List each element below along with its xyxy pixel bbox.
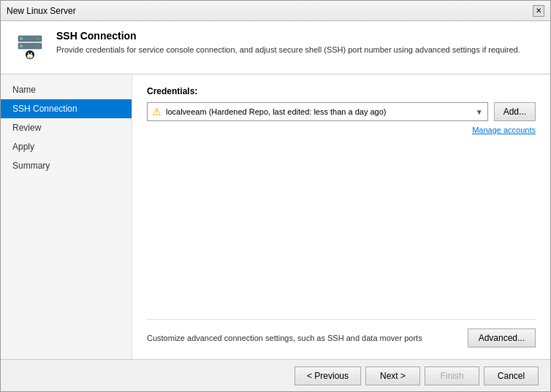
- svg-point-8: [28, 53, 29, 54]
- header-text-area: SSH Connection Provide credentials for s…: [56, 30, 520, 55]
- header-icon-area: [12, 30, 48, 65]
- svg-point-5: [37, 45, 39, 47]
- credential-select-inner: ⚠ localveeam (Hardened Repo, last edited…: [152, 106, 476, 118]
- svg-point-4: [37, 38, 39, 40]
- credentials-dropdown[interactable]: ⚠ localveeam (Hardened Repo, last edited…: [147, 102, 488, 121]
- credentials-row: ⚠ localveeam (Hardened Repo, last edited…: [147, 102, 536, 121]
- bottom-section: Customize advanced connection settings, …: [147, 319, 536, 347]
- next-button[interactable]: Next >: [365, 366, 420, 385]
- warning-icon: ⚠: [152, 106, 162, 118]
- cancel-button[interactable]: Cancel: [484, 366, 539, 385]
- sidebar-item-name[interactable]: Name: [1, 80, 132, 99]
- add-credentials-button[interactable]: Add...: [494, 102, 536, 121]
- sidebar-item-summary[interactable]: Summary: [1, 156, 132, 175]
- credentials-section: Credentials: ⚠ localveeam (Hardened Repo…: [147, 86, 536, 319]
- previous-button[interactable]: < Previous: [294, 366, 361, 385]
- main-window: New Linux Server ✕ SSH Conn: [0, 0, 551, 392]
- svg-rect-3: [20, 45, 23, 47]
- main-content-area: Credentials: ⚠ localveeam (Hardened Repo…: [132, 74, 550, 359]
- server-linux-icon: [15, 33, 45, 62]
- bottom-hint-text: Customize advanced connection settings, …: [147, 334, 468, 342]
- sidebar-item-apply[interactable]: Apply: [1, 137, 132, 156]
- sidebar-item-review[interactable]: Review: [1, 118, 132, 137]
- header-title: SSH Connection: [56, 30, 520, 42]
- close-button[interactable]: ✕: [533, 5, 544, 17]
- finish-button[interactable]: Finish: [425, 366, 479, 385]
- title-bar: New Linux Server ✕: [1, 1, 550, 21]
- svg-point-9: [31, 53, 32, 54]
- sidebar: Name SSH Connection Review Apply Summary: [1, 74, 132, 359]
- svg-rect-2: [20, 37, 23, 40]
- dialog-header: SSH Connection Provide credentials for s…: [1, 21, 550, 74]
- dialog-footer: < Previous Next > Finish Cancel: [1, 359, 550, 391]
- credential-value: localveeam (Hardened Repo, last edited: …: [166, 107, 386, 116]
- window-title: New Linux Server: [7, 6, 76, 16]
- advanced-button[interactable]: Advanced...: [468, 328, 536, 347]
- credentials-label: Credentials:: [147, 86, 536, 96]
- manage-accounts-link[interactable]: Manage accounts: [147, 126, 536, 134]
- dialog-body: Name SSH Connection Review Apply Summary…: [1, 74, 550, 359]
- sidebar-item-ssh-connection[interactable]: SSH Connection: [1, 99, 132, 118]
- dropdown-arrow-icon: ▼: [476, 108, 483, 116]
- header-description: Provide credentials for service console …: [56, 45, 520, 55]
